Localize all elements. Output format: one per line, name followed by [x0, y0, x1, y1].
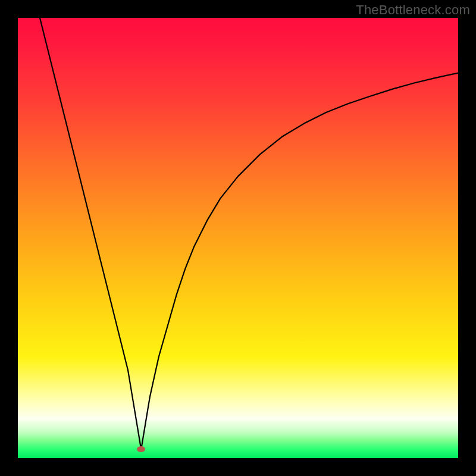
watermark-text: TheBottleneck.com	[356, 2, 470, 18]
chart-frame: TheBottleneck.com	[0, 0, 476, 476]
curve-svg	[18, 18, 458, 458]
plot-area	[18, 18, 458, 458]
cusp-marker	[137, 446, 145, 452]
bottleneck-curve	[40, 18, 458, 449]
